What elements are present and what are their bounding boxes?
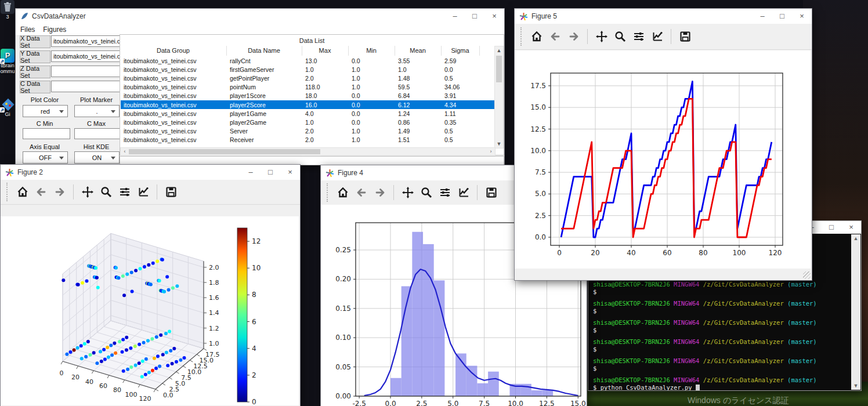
forward-icon[interactable] <box>52 185 67 200</box>
axis-equal-select[interactable]: OFF <box>23 151 68 164</box>
home-icon[interactable] <box>335 186 350 200</box>
c-min-label: C Min <box>23 120 67 127</box>
scrollbar-thumb[interactable] <box>129 149 320 154</box>
x-data-set-input[interactable]: itoubimakoto_vs_teinei.cs <box>51 35 121 47</box>
table-row-player1Score[interactable]: itoubimakoto_vs_teinei.csvplayer1Score18… <box>121 92 494 100</box>
menu-figures[interactable]: Figures <box>43 26 66 34</box>
table-cell: Server <box>227 128 302 135</box>
save-icon[interactable] <box>484 186 498 200</box>
c-min-input[interactable] <box>23 128 70 139</box>
x-data-set-button[interactable]: X Data Set <box>20 35 50 48</box>
figure5-title-bar[interactable]: Figure 5 – □ × <box>515 9 812 24</box>
scroll-up-icon[interactable]: ▲ <box>495 47 503 54</box>
desktop-icon-recycle-bin[interactable]: 3 <box>0 0 15 20</box>
hist-kde-select[interactable]: ON <box>74 151 120 164</box>
close-icon[interactable]: × <box>792 9 812 24</box>
scroll-left-icon[interactable]: ‹ <box>122 148 128 155</box>
forward-icon[interactable] <box>566 30 581 44</box>
minimize-icon[interactable]: – <box>241 165 261 180</box>
column-header-data-name[interactable]: Data Name <box>226 46 302 56</box>
table-row-Server[interactable]: itoubimakoto_vs_teinei.csvServer2.01.01.… <box>121 127 494 136</box>
home-icon[interactable] <box>15 185 30 200</box>
edit-plot-icon[interactable] <box>650 30 664 44</box>
configure-subplots-icon[interactable] <box>631 30 646 44</box>
menu-files[interactable]: Files <box>20 26 35 34</box>
toolbar-separator <box>157 184 157 200</box>
scroll-right-icon[interactable]: › <box>488 148 494 155</box>
edit-plot-icon[interactable] <box>136 185 150 200</box>
terminal-scrollbar[interactable]: ▲ ▼ <box>851 234 860 390</box>
c-data-set-button[interactable]: C Data Set <box>20 81 50 93</box>
pan-icon[interactable] <box>400 186 415 200</box>
z-data-set-button[interactable]: Z Data Set <box>20 66 50 78</box>
zoom-icon[interactable] <box>99 185 113 200</box>
pan-icon[interactable] <box>80 185 95 200</box>
minimize-icon[interactable]: – <box>445 9 465 24</box>
maximize-icon[interactable]: □ <box>465 9 484 24</box>
table-row-rallyCnt[interactable]: itoubimakoto_vs_teinei.csvrallyCnt13.00.… <box>121 56 494 65</box>
pan-icon[interactable] <box>594 30 609 44</box>
scroll-down-icon[interactable]: ▼ <box>495 140 503 147</box>
close-icon[interactable]: × <box>280 165 300 180</box>
save-icon[interactable] <box>678 30 692 44</box>
main-title-bar[interactable]: CsvDataAnalyzer – □ × <box>16 9 504 24</box>
table-row-getPointPlayer[interactable]: itoubimakoto_vs_teinei.csvgetPointPlayer… <box>121 74 494 82</box>
configure-subplots-icon[interactable] <box>437 186 452 200</box>
table-cell: player1Game <box>227 110 302 117</box>
home-icon[interactable] <box>529 30 544 44</box>
maximize-icon[interactable]: □ <box>822 221 841 234</box>
scrollbar-thumb[interactable] <box>496 56 502 82</box>
figure5-canvas[interactable] <box>515 50 811 269</box>
back-icon[interactable] <box>34 185 48 200</box>
column-header-max[interactable]: Max <box>302 46 349 56</box>
column-header-data-group[interactable]: Data Group <box>120 46 227 56</box>
toolbar-drag-handle[interactable] <box>327 183 330 202</box>
desktop-icon-jetbrains[interactable]: P ↗ tBrain ommu <box>0 49 15 74</box>
table-row-player2Score[interactable]: itoubimakoto_vs_teinei.csvplayer2Score16… <box>121 100 494 109</box>
figure2-title-bar[interactable]: Figure 2 – □ × <box>1 165 300 180</box>
table-cell: itoubimakoto_vs_teinei.csv <box>121 57 227 64</box>
figure2-canvas[interactable] <box>1 216 299 405</box>
minimize-icon[interactable]: – <box>753 9 772 24</box>
resize-grip[interactable] <box>803 271 811 279</box>
desktop-icon-git[interactable]: ↗ Gi <box>0 97 15 117</box>
edit-plot-icon[interactable] <box>456 186 471 200</box>
table-horizontal-scrollbar[interactable]: ‹ › <box>120 147 496 156</box>
z-data-set-input[interactable] <box>51 66 121 77</box>
table-row-player2Game[interactable]: itoubimakoto_vs_teinei.csvplayer2Game1.0… <box>121 118 494 126</box>
table-row-Receiver[interactable]: itoubimakoto_vs_teinei.csvReceiver2.01.0… <box>121 136 494 144</box>
plot-marker-select[interactable]: . <box>74 105 120 117</box>
scroll-down-icon[interactable]: ▼ <box>851 383 860 389</box>
y-data-set-input[interactable]: itoubimakoto_vs_teinei.cs <box>51 50 121 62</box>
forward-icon[interactable] <box>372 186 387 200</box>
column-header-min[interactable]: Min <box>348 46 395 56</box>
configure-subplots-icon[interactable] <box>117 185 132 200</box>
table-row-firstGameServer[interactable]: itoubimakoto_vs_teinei.csvfirstGameServe… <box>121 65 494 74</box>
maximize-icon[interactable]: □ <box>261 165 280 180</box>
c-max-input[interactable] <box>74 128 122 139</box>
back-icon[interactable] <box>548 30 562 44</box>
table-vertical-scrollbar[interactable]: ▲ ▼ <box>494 46 504 148</box>
zoom-icon[interactable] <box>419 186 433 200</box>
toolbar-drag-handle[interactable] <box>6 183 10 201</box>
table-row-pointNum[interactable]: itoubimakoto_vs_teinei.csvpointNum118.01… <box>121 83 494 92</box>
toolbar-separator <box>671 29 671 44</box>
close-icon[interactable]: × <box>484 9 504 24</box>
y-data-set-button[interactable]: Y Data Set <box>20 50 50 63</box>
plot-color-select[interactable]: red <box>23 105 68 117</box>
column-header-mean[interactable]: Mean <box>395 46 442 56</box>
save-icon[interactable] <box>164 185 178 200</box>
toolbar-drag-handle[interactable] <box>520 27 524 46</box>
zoom-icon[interactable] <box>613 30 627 44</box>
terminal-prompt-symbol: $ <box>593 365 596 372</box>
close-icon[interactable]: × <box>841 221 861 234</box>
table-row-player1Game[interactable]: itoubimakoto_vs_teinei.csvplayer1Game4.0… <box>121 109 494 118</box>
table-cell: 3.55 <box>395 57 442 64</box>
column-header-sigma[interactable]: Sigma <box>441 46 480 56</box>
matplotlib-icon <box>519 12 528 21</box>
maximize-icon[interactable]: □ <box>772 9 792 24</box>
c-data-set-input[interactable] <box>51 81 121 92</box>
terminal-prompt-line: shisa@DESKTOP-7BRN2J6 MINGW64 /z/Git/Csv… <box>593 319 817 327</box>
scroll-up-icon[interactable]: ▲ <box>851 235 860 241</box>
back-icon[interactable] <box>354 186 368 200</box>
